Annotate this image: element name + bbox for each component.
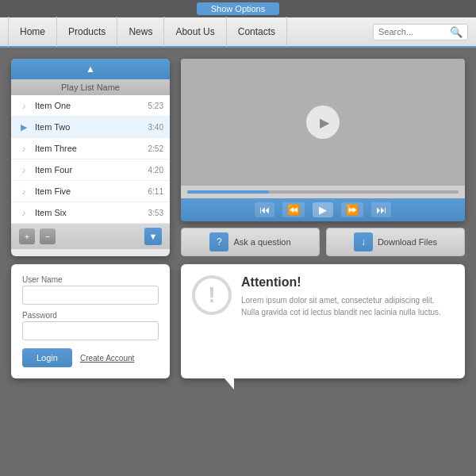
username-field-group: User Name	[22, 275, 159, 305]
progress-bar-fill	[187, 190, 269, 194]
attention-text: Attention! Lorem ipsum dolor sit amet, c…	[241, 275, 454, 318]
music-icon-6: ♪	[17, 206, 30, 219]
form-buttons: Login Create Account	[22, 348, 159, 367]
item-duration-3: 2:52	[148, 144, 163, 153]
playlist-remove-button[interactable]: −	[40, 228, 56, 244]
item-name-5: Item Five	[35, 186, 148, 196]
login-button[interactable]: Login	[22, 348, 72, 367]
download-icon: ↓	[354, 232, 373, 251]
ask-question-button[interactable]: ? Ask a question	[181, 228, 320, 256]
item-duration-5: 6:11	[148, 187, 163, 196]
item-duration-4: 4:20	[148, 166, 163, 175]
music-icon-1: ♪	[17, 99, 30, 112]
login-form: User Name Password Login Create Account	[11, 264, 170, 378]
video-player: ⏮ ⏪ ▶ ⏩ ⏭	[181, 59, 465, 221]
playlist-item-5[interactable]: ♪ Item Five 6:11	[11, 181, 170, 202]
nav-item-contacts[interactable]: Contacts	[227, 17, 287, 47]
password-label: Password	[22, 311, 159, 320]
ask-question-label: Ask a question	[233, 237, 290, 247]
password-input[interactable]	[22, 321, 159, 340]
playlist-item-1[interactable]: ♪ Item One 5:23	[11, 95, 170, 117]
playlist-item-4[interactable]: ♪ Item Four 4:20	[11, 159, 170, 181]
skip-back-button[interactable]: ⏮	[255, 202, 274, 217]
download-files-button[interactable]: ↓ Download Files	[326, 228, 465, 256]
item-duration-1: 5:23	[148, 102, 163, 110]
playlist-header: Play List Name	[11, 79, 170, 95]
skip-forward-button[interactable]: ⏭	[371, 202, 391, 217]
playlist-scroll-down[interactable]: ▼	[144, 228, 162, 245]
create-account-link[interactable]: Create Account	[80, 354, 134, 363]
video-screen	[181, 59, 465, 186]
item-name-3: Item Three	[35, 144, 148, 153]
playlist-item-6[interactable]: ♪ Item Six 3:53	[11, 202, 170, 224]
playlist-footer: + − ▼	[11, 224, 170, 249]
progress-bar-background[interactable]	[187, 190, 459, 194]
top-bar: Show Options	[0, 0, 476, 17]
second-row: User Name Password Login Create Account …	[0, 256, 476, 378]
nav-item-products[interactable]: Products	[57, 17, 117, 47]
item-duration-2: 3:40	[148, 123, 163, 132]
nav-item-home[interactable]: Home	[8, 17, 57, 47]
search-icon[interactable]: 🔍	[450, 26, 463, 38]
attention-title: Attention!	[241, 275, 454, 290]
video-action-buttons: ? Ask a question ↓ Download Files	[181, 228, 465, 256]
item-name-4: Item Four	[35, 165, 148, 175]
main-content: Play List Name ♪ Item One 5:23 ▶ Item Tw…	[0, 48, 476, 256]
rewind-button[interactable]: ⏪	[282, 202, 305, 217]
attention-icon: !	[208, 284, 215, 306]
nav-item-news[interactable]: News	[117, 17, 164, 47]
fast-forward-button[interactable]: ⏩	[341, 202, 363, 217]
password-field-group: Password	[22, 311, 159, 340]
music-icon-3: ♪	[17, 142, 30, 155]
video-progress-bar-row	[181, 186, 465, 198]
username-label: User Name	[22, 275, 159, 284]
attention-body: Lorem ipsum dolor sit amet, consectetur …	[241, 294, 454, 318]
playlist-item-3[interactable]: ♪ Item Three 2:52	[11, 138, 170, 159]
search-box: 🔍	[373, 24, 468, 40]
attention-box: ! Attention! Lorem ipsum dolor sit amet,…	[181, 264, 465, 378]
video-play-button[interactable]	[306, 106, 340, 139]
item-name-6: Item Six	[35, 208, 148, 217]
attention-icon-wrap: !	[192, 275, 232, 315]
search-input[interactable]	[378, 27, 450, 36]
nav-items: Home Products News About Us Contacts	[8, 17, 373, 47]
playlist-scroll-up[interactable]	[11, 59, 170, 79]
download-files-label: Download Files	[378, 237, 437, 247]
video-section: ⏮ ⏪ ▶ ⏩ ⏭ ? Ask a question ↓ Download Fi…	[181, 59, 465, 256]
music-icon-4: ♪	[17, 163, 30, 176]
playlist-items: ♪ Item One 5:23 ▶ Item Two 3:40 ♪ Item T…	[11, 95, 170, 224]
playlist-widget: Play List Name ♪ Item One 5:23 ▶ Item Tw…	[11, 59, 170, 256]
music-icon-5: ♪	[17, 185, 30, 198]
play-icon-2: ▶	[17, 121, 30, 133]
nav-bar: Home Products News About Us Contacts 🔍	[0, 17, 476, 48]
username-input[interactable]	[22, 286, 159, 305]
playlist-footer-buttons: + −	[19, 228, 56, 244]
item-name-1: Item One	[35, 101, 148, 110]
playlist-add-button[interactable]: +	[19, 228, 35, 244]
item-duration-6: 3:53	[148, 209, 163, 217]
item-name-2: Item Two	[35, 122, 148, 132]
nav-item-about[interactable]: About Us	[164, 17, 226, 47]
video-controls: ⏮ ⏪ ▶ ⏩ ⏭	[181, 198, 465, 221]
ask-question-icon: ?	[209, 232, 228, 251]
show-options-button[interactable]: Show Options	[197, 2, 279, 15]
playlist-item-2[interactable]: ▶ Item Two 3:40	[11, 117, 170, 138]
video-play-pause-button[interactable]: ▶	[313, 202, 333, 217]
